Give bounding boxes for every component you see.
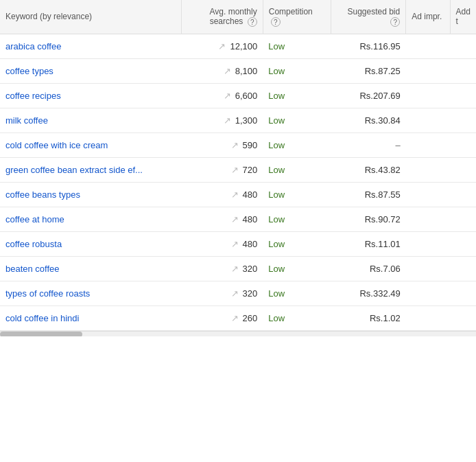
competition-help-icon[interactable]: ?: [271, 17, 281, 27]
bid-value: Rs.332.49: [359, 288, 400, 299]
keyword-link[interactable]: milk coffee: [5, 115, 48, 126]
searches-cell: ↗6,600: [182, 83, 263, 108]
bid-cell: Rs.87.25: [331, 58, 406, 83]
competition-value: Low: [268, 239, 285, 249]
bid-cell: –: [331, 132, 406, 157]
keyword-link[interactable]: coffee robusta: [5, 239, 62, 249]
table-row: coffee recipes↗6,600LowRs.207.69: [0, 83, 476, 108]
add-cell: [450, 108, 476, 132]
competition-value: Low: [268, 66, 285, 76]
trend-icon[interactable]: ↗: [231, 313, 239, 323]
adimpr-cell: [406, 157, 450, 182]
table-row: cold coffee in hindi↗260LowRs.1.02: [0, 305, 476, 330]
competition-value: Low: [268, 41, 285, 51]
col-header-adimpr: Ad impr.: [406, 0, 450, 34]
trend-icon[interactable]: ↗: [231, 189, 239, 200]
competition-value: Low: [268, 264, 285, 274]
col-header-bid: Suggested bid ?: [331, 0, 406, 34]
searches-cell: ↗480: [182, 182, 263, 207]
trend-icon[interactable]: ↗: [218, 41, 226, 51]
bid-cell: Rs.11.01: [331, 231, 406, 256]
add-cell: [450, 83, 476, 108]
table-row: coffee types↗8,100LowRs.87.25: [0, 58, 476, 83]
trend-icon[interactable]: ↗: [231, 214, 239, 224]
col-add-label: Add t: [456, 7, 471, 26]
competition-cell: Low: [263, 132, 331, 157]
competition-value: Low: [268, 214, 285, 224]
searches-cell: ↗320: [182, 256, 263, 281]
trend-icon[interactable]: ↗: [224, 66, 231, 76]
col-bid-label: Suggested bid: [347, 7, 400, 16]
competition-value: Low: [268, 189, 285, 200]
table-row: green coffee bean extract side ef...↗720…: [0, 157, 476, 182]
searches-cell: ↗480: [182, 231, 263, 256]
searches-cell: ↗12,100: [182, 34, 263, 58]
bid-cell: Rs.43.82: [331, 157, 406, 182]
add-cell: [450, 281, 476, 305]
bid-cell: Rs.332.49: [331, 281, 406, 305]
searches-cell: ↗8,100: [182, 58, 263, 83]
keyword-link[interactable]: coffee types: [5, 66, 53, 76]
keyword-cell: cold coffee with ice cream: [0, 132, 182, 157]
competition-cell: Low: [263, 305, 331, 330]
scrollbar-area[interactable]: [0, 331, 476, 336]
keyword-link[interactable]: beaten coffee: [5, 264, 60, 274]
bid-cell: Rs.116.95: [331, 34, 406, 58]
trend-icon[interactable]: ↗: [231, 239, 239, 249]
add-cell: [450, 132, 476, 157]
competition-cell: Low: [263, 256, 331, 281]
table-row: coffee beans types↗480LowRs.87.55: [0, 182, 476, 207]
searches-cell: ↗590: [182, 132, 263, 157]
bid-value: –: [395, 140, 400, 150]
adimpr-cell: [406, 256, 450, 281]
bid-cell: Rs.30.84: [331, 108, 406, 132]
add-cell: [450, 182, 476, 207]
table-row: milk coffee↗1,300LowRs.30.84: [0, 108, 476, 132]
keyword-link[interactable]: arabica coffee: [5, 41, 61, 51]
keyword-link[interactable]: coffee beans types: [5, 189, 80, 200]
table-row: coffee robusta↗480LowRs.11.01: [0, 231, 476, 256]
keyword-cell: coffee recipes: [0, 83, 182, 108]
adimpr-cell: [406, 108, 450, 132]
keyword-table: Keyword (by relevance) Avg. monthly sear…: [0, 0, 476, 331]
col-keyword-label: Keyword (by relevance): [5, 12, 92, 21]
adimpr-cell: [406, 207, 450, 231]
keyword-link[interactable]: coffee recipes: [5, 91, 61, 101]
competition-cell: Low: [263, 108, 331, 132]
keyword-link[interactable]: cold coffee in hindi: [5, 313, 79, 323]
keyword-cell: types of coffee roasts: [0, 281, 182, 305]
keyword-link[interactable]: coffee at home: [5, 214, 64, 224]
searches-value: 590: [243, 140, 258, 150]
table-row: types of coffee roasts↗320LowRs.332.49: [0, 281, 476, 305]
add-cell: [450, 58, 476, 83]
add-cell: [450, 256, 476, 281]
searches-value: 320: [243, 264, 258, 274]
competition-value: Low: [268, 165, 285, 175]
table-header-row: Keyword (by relevance) Avg. monthly sear…: [0, 0, 476, 34]
adimpr-cell: [406, 231, 450, 256]
adimpr-cell: [406, 132, 450, 157]
trend-icon[interactable]: ↗: [224, 91, 231, 101]
keyword-link[interactable]: cold coffee with ice cream: [5, 140, 108, 150]
searches-value: 8,100: [235, 66, 258, 76]
adimpr-cell: [406, 83, 450, 108]
searches-value: 480: [243, 239, 258, 249]
adimpr-cell: [406, 305, 450, 330]
bid-help-icon[interactable]: ?: [390, 17, 400, 27]
trend-icon[interactable]: ↗: [231, 165, 239, 175]
scrollbar-thumb[interactable]: [0, 332, 82, 336]
keyword-cell: coffee robusta: [0, 231, 182, 256]
trend-icon[interactable]: ↗: [224, 115, 231, 126]
competition-value: Low: [268, 288, 285, 299]
bid-value: Rs.87.25: [365, 66, 401, 76]
bid-value: Rs.7.06: [370, 264, 401, 274]
trend-icon[interactable]: ↗: [231, 140, 239, 150]
keyword-cell: green coffee bean extract side ef...: [0, 157, 182, 182]
searches-help-icon[interactable]: ?: [248, 17, 257, 27]
keyword-link[interactable]: green coffee bean extract side ef...: [5, 165, 143, 175]
keyword-link[interactable]: types of coffee roasts: [5, 288, 90, 299]
competition-cell: Low: [263, 58, 331, 83]
trend-icon[interactable]: ↗: [231, 288, 239, 299]
searches-value: 480: [243, 189, 258, 200]
trend-icon[interactable]: ↗: [231, 264, 239, 274]
